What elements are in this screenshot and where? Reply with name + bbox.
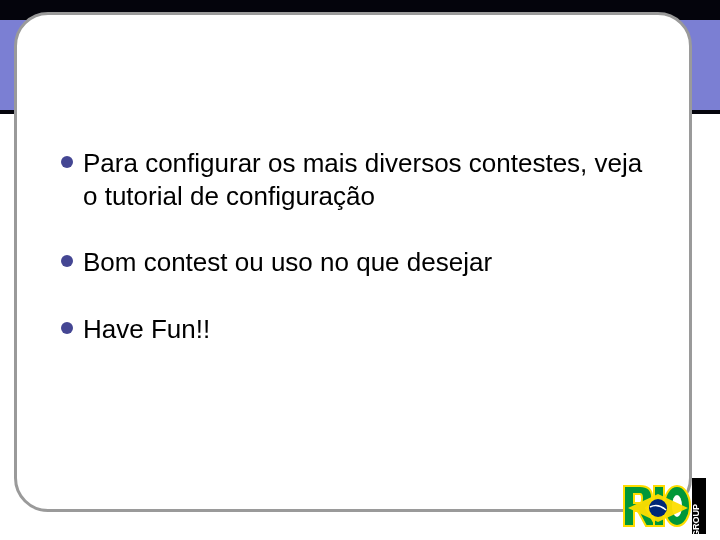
bullet-text: Bom contest ou uso no que desejar	[83, 247, 492, 277]
bullet-text: Para configurar os mais diversos contest…	[83, 148, 642, 211]
list-item: Have Fun!!	[61, 313, 657, 346]
list-item: Para configurar os mais diversos contest…	[61, 147, 657, 212]
content-card: Para configurar os mais diversos contest…	[14, 12, 692, 512]
list-item: Bom contest ou uso no que desejar	[61, 246, 657, 279]
logo-rio-dx-group: DX GROUP	[622, 478, 706, 534]
bullet-text: Have Fun!!	[83, 314, 210, 344]
bullet-list: Para configurar os mais diversos contest…	[61, 147, 657, 345]
logo-side-text: DX GROUP	[691, 504, 701, 534]
